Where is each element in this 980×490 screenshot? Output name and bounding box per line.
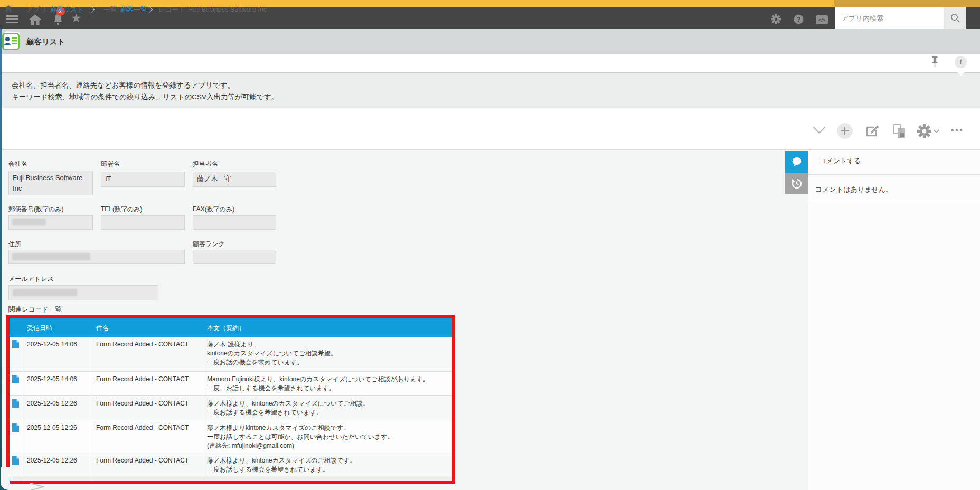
table-body: 2025-12-05 14:06 Form Record Added - CON… (10, 337, 452, 476)
gear-dropdown-chevron-icon[interactable] (934, 129, 939, 133)
table-header-datetime: 受信日時 (23, 318, 92, 337)
field-value-contact-person: 藤ノ木 守 (193, 172, 276, 187)
cell-datetime: 2025-12-05 12:26 (23, 420, 92, 453)
redacted-zipcode (12, 219, 46, 225)
table-row[interactable]: 2025-12-05 12:26 Form Record Added - CON… (10, 453, 452, 476)
table-partial-row (10, 476, 452, 481)
window-edge (0, 29, 2, 490)
app-icon (2, 31, 21, 52)
search-input[interactable] (835, 7, 944, 29)
field-label-customer-rank: 顧客ランク (193, 240, 225, 249)
field-label-department: 部署名 (101, 159, 120, 168)
settings-gear-icon[interactable] (771, 14, 781, 24)
cell-body: 藤ノ木 護様より、kintoneのカスタマイズについてご相談希望。一度お話の機会… (203, 337, 452, 371)
file-icon (12, 423, 19, 432)
table-header-icon-column (10, 318, 23, 337)
svg-text:</>: </> (818, 17, 825, 23)
table-row[interactable]: 2025-12-05 14:06 Form Record Added - CON… (10, 337, 452, 372)
breadcrumb-record: レコード: Fuji Business Software Inc (158, 0, 267, 19)
field-label-email: メールアドレス (8, 275, 54, 284)
field-label-contact-person: 担当者名 (193, 159, 218, 168)
top-banner-gold-segment (834, 0, 966, 7)
table-row[interactable]: 2025-12-05 12:26 Form Record Added - CON… (10, 420, 452, 453)
breadcrumb-view-link[interactable]: 顧客一覧 (120, 6, 147, 13)
file-icon (12, 399, 19, 408)
plus-icon (841, 127, 849, 135)
file-icon (12, 456, 19, 465)
redacted-email (13, 289, 77, 296)
redacted-address (12, 253, 90, 260)
cell-subject: Form Record Added - CONTACT (92, 420, 203, 453)
cell-subject: Form Record Added - CONTACT (92, 453, 203, 476)
table-header-body: 本文（要約） (203, 318, 452, 337)
top-banner (0, 0, 980, 7)
cell-subject: Form Record Added - CONTACT (92, 337, 203, 371)
window-corner-mask (1, 467, 10, 490)
field-value-tel (101, 215, 185, 230)
search-button[interactable] (944, 7, 966, 29)
field-value-company: Fuji Business Software Inc (8, 171, 93, 195)
history-icon (791, 178, 803, 190)
cell-subject: Form Record Added - CONTACT (92, 396, 203, 420)
info-icon[interactable]: i (955, 56, 967, 68)
cell-datetime: 2025-12-05 12:26 (23, 453, 92, 476)
breadcrumb-home-icon[interactable] (5, 5, 12, 12)
hamburger-menu-icon[interactable] (6, 15, 18, 24)
cell-subject: Form Record Added - CONTACT (92, 372, 203, 395)
app-title: 顧客リスト (26, 37, 65, 47)
breadcrumb (0, 54, 980, 73)
svg-text:?: ? (797, 16, 800, 23)
table-header-subject: 件名 (92, 318, 203, 337)
breadcrumb-view: 一覧: 顧客一覧 (103, 0, 147, 19)
app-description: 会社名、担当者名、連絡先などお客様の情報を登録するアプリです。 キーワード検索、… (0, 73, 980, 108)
table-row[interactable]: 2025-12-05 14:06 Form Record Added - CON… (10, 372, 452, 396)
comment-bubble-icon (791, 157, 803, 167)
field-value-customer-rank (193, 250, 276, 264)
app-header-bar (0, 29, 980, 54)
edit-record-button[interactable] (865, 124, 879, 138)
related-records-table: 受信日時 件名 本文（要約） 2025-12-05 14:06 Form Rec… (6, 315, 455, 484)
pin-icon[interactable] (931, 56, 938, 68)
cell-body: 藤ノ木様よりkintoneカスタマイズのご相談です。一度お話しすることは可能か、… (203, 420, 452, 453)
field-label-zipcode: 郵便番号(数字のみ) (8, 205, 64, 214)
in-app-search (835, 7, 944, 29)
cell-body: Mamoru Fujinoki様より、kintoneのカスタマイズについてご相談… (203, 372, 452, 395)
field-label-company: 会社名 (8, 159, 27, 168)
field-value-fax (193, 215, 276, 230)
duplicate-record-button[interactable] (893, 124, 907, 139)
add-comment-button[interactable]: コメントする (808, 150, 980, 175)
corner-chevron-icon (30, 483, 44, 490)
breadcrumb-app-prefix: アプリ: (26, 6, 50, 13)
kintone-record-page: 2 ★ ? </> (0, 0, 980, 490)
copy-pages-icon (893, 124, 907, 139)
cell-body: 藤ノ木様より、kintoneのカスタマイズについてご相談。一度お話する機会を希望… (203, 396, 452, 420)
history-tab[interactable] (785, 173, 808, 194)
help-icon[interactable]: ? (794, 14, 804, 24)
field-label-tel: TEL(数字のみ) (101, 205, 143, 214)
info-tooltip-notch (957, 72, 965, 76)
search-icon (950, 13, 960, 23)
table-row[interactable]: 2025-12-05 12:26 Form Record Added - CON… (10, 396, 452, 420)
cell-datetime: 2025-12-05 14:06 (23, 337, 92, 371)
file-icon (12, 375, 19, 383)
field-label-address: 住所 (8, 240, 21, 249)
app-description-line1: 会社名、担当者名、連絡先などお客様の情報を登録するアプリです。 (12, 80, 980, 91)
breadcrumb-app: アプリ: 顧客リスト (26, 0, 84, 19)
no-comments-text: コメントはありません。 (815, 185, 892, 194)
code-api-icon[interactable]: </> (816, 15, 828, 24)
cell-body: 藤ノ木様より、kintoneカスタマイズのご相談です。一度お話しする機会を希望さ… (203, 453, 452, 476)
comment-panel (808, 149, 980, 490)
field-value-department: IT (101, 172, 185, 187)
breadcrumb-view-prefix: 一覧: (103, 6, 120, 13)
cell-datetime: 2025-12-05 12:26 (23, 396, 92, 420)
breadcrumb-app-link[interactable]: 顧客リスト (50, 6, 83, 13)
comments-tab[interactable] (785, 151, 808, 173)
record-settings-gear-icon[interactable] (917, 124, 931, 138)
more-options-button[interactable]: ••• (951, 126, 964, 135)
cell-datetime: 2025-12-05 14:06 (23, 372, 92, 395)
table-header-row: 受信日時 件名 本文（要約） (10, 318, 452, 337)
collapse-chevron-icon[interactable] (813, 126, 826, 134)
add-record-button[interactable] (837, 123, 853, 139)
field-label-fax: FAX(数字のみ) (193, 205, 234, 214)
file-icon (12, 340, 19, 348)
